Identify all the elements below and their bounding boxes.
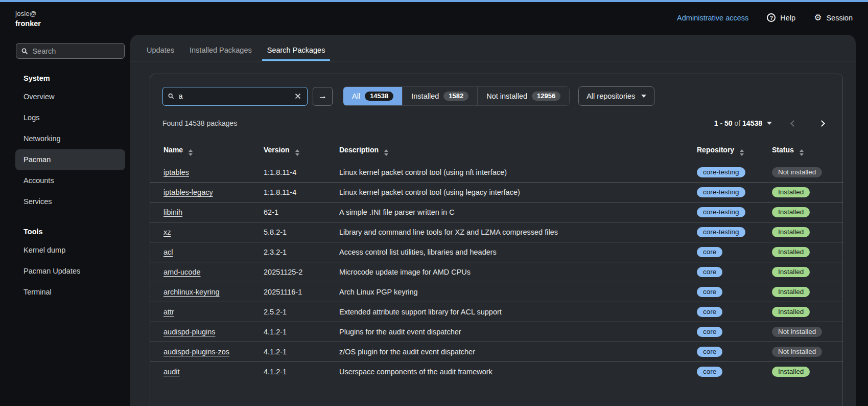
package-link[interactable]: audispd-plugins-zos (163, 348, 229, 356)
package-link[interactable]: libinih (163, 208, 182, 216)
status-filter-group: All 14538 Installed 1582 Not installed 1… (343, 86, 570, 106)
packages-table: Name Version Description Repository Stat… (150, 140, 843, 381)
tab-search-packages[interactable]: Search Packages (262, 46, 331, 61)
status-badge: Installed (772, 227, 810, 237)
package-description: Plugins for the audit event dispatcher (335, 322, 693, 342)
package-link[interactable]: archlinux-keyring (163, 288, 220, 296)
previous-page-button[interactable] (785, 119, 802, 128)
status-badge: Not installed (772, 327, 822, 337)
status-badge: Installed (772, 367, 810, 377)
column-label: Version (264, 146, 290, 154)
package-description: Arch Linux PGP keyring (335, 282, 693, 302)
column-header-repository[interactable]: Repository (693, 140, 768, 163)
sidebar-item-services[interactable]: Services (15, 191, 125, 212)
package-version: 4.1.2-1 (260, 322, 335, 342)
sidebar-item-terminal[interactable]: Terminal (15, 282, 125, 303)
search-submit-button[interactable]: → (313, 87, 333, 106)
sidebar-section-heading: Tools (0, 224, 130, 240)
sidebar: System OverviewLogsNetworkingPacmanAccou… (0, 35, 130, 406)
repository-badge: core (697, 347, 722, 357)
package-link[interactable]: audispd-plugins (163, 328, 216, 336)
brand-host: fronker (15, 18, 41, 29)
next-page-button[interactable] (813, 119, 830, 128)
search-icon (168, 93, 174, 100)
repository-badge: core (697, 267, 722, 277)
column-header-version[interactable]: Version (260, 140, 335, 163)
package-description: A simple .INI file parser written in C (335, 202, 693, 222)
session-menu[interactable]: ⚙ Session (814, 13, 853, 22)
sidebar-item-overview[interactable]: Overview (15, 86, 125, 107)
package-search-input[interactable] (179, 92, 289, 100)
package-version: 62-1 (260, 202, 335, 222)
package-link[interactable]: iptables-legacy (163, 188, 213, 196)
package-description: z/OS plugin for the audit event dispatch… (335, 342, 693, 362)
package-version: 4.1.2-1 (260, 342, 335, 362)
pagination-range-toggle[interactable]: 1 - 50 of 14538 (712, 116, 774, 130)
tab-installed-packages[interactable]: Installed Packages (184, 46, 257, 61)
tab-updates[interactable]: Updates (142, 46, 179, 61)
table-row: iptables 1:1.8.11-4 Linux kernel packet … (150, 163, 843, 183)
table-header-row: Name Version Description Repository Stat… (150, 140, 843, 163)
package-version: 20251125-2 (260, 262, 335, 282)
clear-search-button[interactable] (294, 92, 302, 100)
help-menu[interactable]: ? Help (767, 13, 795, 22)
sidebar-section-heading: System (0, 71, 130, 86)
sidebar-item-pacman-updates[interactable]: Pacman Updates (15, 261, 125, 282)
repository-badge: core (697, 287, 722, 297)
repository-badge: core-testing (697, 187, 745, 197)
package-version: 2.3.2-1 (260, 242, 335, 262)
status-badge: Not installed (772, 167, 822, 177)
status-badge: Installed (772, 287, 810, 297)
package-search-field[interactable] (162, 87, 308, 106)
filter-not-installed[interactable]: Not installed 12956 (478, 87, 569, 105)
help-label: Help (780, 14, 795, 22)
repository-badge: core (697, 307, 722, 317)
sidebar-item-logs[interactable]: Logs (15, 107, 125, 128)
package-description: Microcode update image for AMD CPUs (335, 262, 693, 282)
chevron-down-icon (641, 95, 646, 98)
sidebar-item-kernel-dump[interactable]: Kernel dump (15, 240, 125, 261)
package-description: Access control list utilities, libraries… (335, 242, 693, 262)
package-version: 5.8.2-1 (260, 222, 335, 242)
sidebar-item-networking[interactable]: Networking (15, 128, 125, 149)
chevron-right-icon (818, 120, 825, 127)
toolbar: → All 14538 Installed 1582 Not installed… (150, 74, 842, 106)
repository-select[interactable]: All repositories (578, 86, 654, 106)
filter-installed[interactable]: Installed 1582 (403, 87, 478, 105)
table-row: audispd-plugins-zos 4.1.2-1 z/OS plugin … (150, 342, 843, 362)
sort-icon (189, 149, 193, 156)
table-row: attr 2.5.2-1 Extended attribute support … (150, 302, 843, 322)
repository-badge: core-testing (697, 167, 745, 177)
package-link[interactable]: acl (163, 248, 173, 256)
package-link[interactable]: amd-ucode (163, 268, 201, 276)
sidebar-item-pacman[interactable]: Pacman (15, 149, 125, 170)
table-row: acl 2.3.2-1 Access control list utilitie… (150, 242, 843, 262)
sidebar-search[interactable] (16, 43, 125, 59)
package-description: Linux kernel packet control tool (using … (335, 183, 693, 202)
brand-user: josie@ (15, 9, 41, 18)
column-header-name[interactable]: Name (150, 140, 260, 163)
package-description: Linux kernel packet control tool (using … (335, 163, 693, 183)
administrative-access-link[interactable]: Administrative access (677, 14, 748, 22)
package-link[interactable]: audit (163, 368, 179, 376)
pagination: 1 - 50 of 14538 (712, 116, 830, 130)
filter-label: All (352, 92, 360, 100)
package-link[interactable]: iptables (163, 168, 189, 176)
column-header-description[interactable]: Description (335, 140, 693, 163)
package-link[interactable]: xz (163, 228, 171, 236)
results-header: Found 14538 packages 1 - 50 of 14538 (150, 106, 842, 130)
table-row: libinih 62-1 A simple .INI file parser w… (150, 202, 843, 222)
pagination-range: 1 - 50 of 14538 (714, 119, 762, 127)
repository-badge: core (697, 327, 722, 337)
sidebar-item-accounts[interactable]: Accounts (15, 170, 125, 191)
sort-icon (295, 149, 299, 156)
filter-all[interactable]: All 14538 (343, 87, 403, 105)
main-panel: UpdatesInstalled PackagesSearch Packages… (130, 35, 856, 406)
package-link[interactable]: attr (163, 308, 174, 316)
table-row: iptables-legacy 1:1.8.11-4 Linux kernel … (150, 183, 843, 202)
help-icon: ? (767, 13, 776, 22)
column-header-status[interactable]: Status (768, 140, 843, 163)
repository-badge: core (697, 247, 722, 257)
sidebar-search-input[interactable] (32, 47, 119, 55)
brand[interactable]: josie@ fronker (0, 2, 41, 29)
